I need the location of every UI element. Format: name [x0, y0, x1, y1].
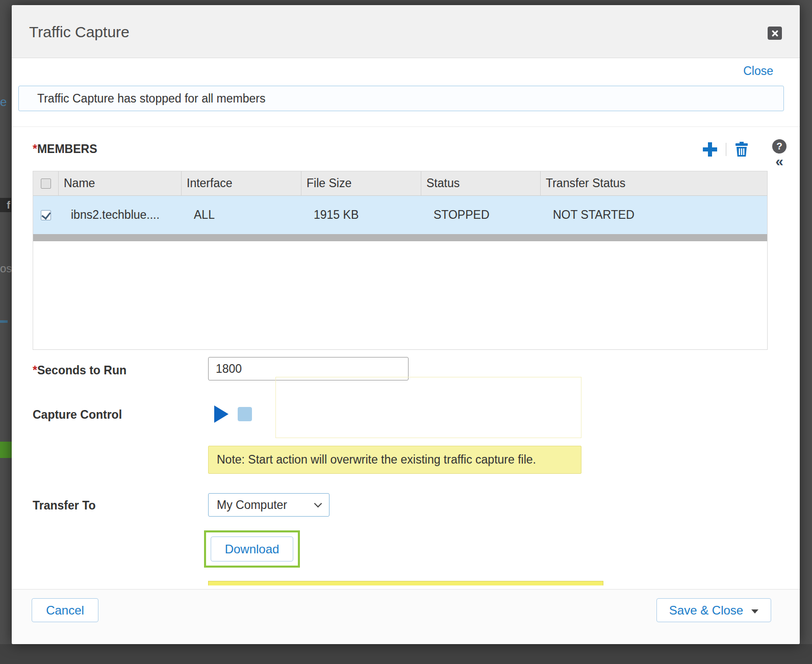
- save-close-button[interactable]: Save & Close: [656, 598, 771, 622]
- members-actions: [703, 142, 748, 157]
- highlight-artifact: [275, 377, 581, 438]
- chevron-down-icon: [314, 500, 322, 508]
- background-fragment: os: [0, 262, 12, 275]
- cancel-button[interactable]: Cancel: [32, 598, 98, 622]
- dialog-footer: Cancel Save & Close: [12, 589, 800, 644]
- required-asterisk: *: [33, 142, 37, 156]
- stop-icon[interactable]: [238, 407, 252, 421]
- member-checkbox-cell: [33, 196, 59, 234]
- member-row-checkbox[interactable]: [41, 210, 51, 220]
- background-fragment: f: [0, 198, 11, 212]
- column-header-name[interactable]: Name: [59, 171, 182, 195]
- partial-note-edge: [208, 581, 603, 585]
- members-label-text: MEMBERS: [37, 142, 97, 156]
- close-icon[interactable]: [768, 27, 782, 40]
- transfer-to-value: My Computer: [217, 498, 287, 512]
- member-interface-cell: ALL: [182, 196, 301, 234]
- background-fragment: [0, 442, 12, 458]
- divider: [726, 143, 726, 156]
- notification-banner: Traffic Capture has stopped for all memb…: [18, 86, 784, 111]
- column-header-file-size[interactable]: File Size: [301, 171, 421, 195]
- seconds-to-run-label: *Seconds to Run: [33, 364, 126, 377]
- member-row[interactable]: ibns2.techblue.... ALL 1915 KB STOPPED N…: [33, 196, 767, 234]
- members-label: *MEMBERS: [33, 142, 97, 156]
- overwrite-note: Note: Start action will overwrite the ex…: [208, 446, 581, 474]
- select-all-checkbox[interactable]: [41, 178, 51, 189]
- dialog-title: Traffic Capture: [29, 23, 130, 41]
- traffic-capture-dialog: Traffic Capture Close Traffic Capture ha…: [12, 5, 800, 644]
- required-asterisk: *: [33, 364, 37, 377]
- member-status-cell: STOPPED: [421, 196, 541, 234]
- background-fragment: [0, 320, 8, 323]
- notification-text: Traffic Capture has stopped for all memb…: [37, 92, 265, 105]
- select-all-cell: [33, 171, 59, 195]
- caret-down-icon: [751, 609, 758, 614]
- side-controls: ? «: [772, 139, 787, 169]
- transfer-to-select[interactable]: My Computer: [208, 493, 329, 517]
- column-header-transfer-status[interactable]: Transfer Status: [541, 171, 767, 195]
- member-name-cell: ibns2.techblue....: [59, 196, 182, 234]
- seconds-to-run-label-text: Seconds to Run: [37, 364, 126, 377]
- overwrite-note-text: Note: Start action will overwrite the ex…: [217, 453, 536, 466]
- table-empty-area: [33, 241, 767, 349]
- divider: [12, 126, 800, 127]
- member-file-size-cell: 1915 KB: [301, 196, 421, 234]
- table-header-row: Name Interface File Size Status Transfer…: [33, 171, 767, 196]
- download-button[interactable]: Download: [211, 537, 293, 561]
- play-icon[interactable]: [214, 405, 229, 423]
- trash-icon[interactable]: [735, 142, 748, 157]
- transfer-to-label: Transfer To: [33, 499, 96, 513]
- dialog-header: Traffic Capture: [12, 5, 800, 58]
- close-link[interactable]: Close: [743, 64, 773, 78]
- column-header-status[interactable]: Status: [421, 171, 541, 195]
- horizontal-scrollbar[interactable]: [33, 234, 767, 241]
- help-icon[interactable]: ?: [772, 139, 786, 154]
- members-table: Name Interface File Size Status Transfer…: [33, 171, 768, 350]
- collapse-icon[interactable]: «: [772, 154, 787, 169]
- background-fragment: e: [0, 95, 7, 109]
- capture-control-label: Capture Control: [33, 408, 122, 422]
- member-transfer-status-cell: NOT STARTED: [541, 196, 767, 234]
- background-band: [0, 644, 812, 664]
- column-header-interface[interactable]: Interface: [182, 171, 301, 195]
- save-close-label: Save & Close: [669, 603, 743, 618]
- add-member-icon[interactable]: [703, 142, 717, 157]
